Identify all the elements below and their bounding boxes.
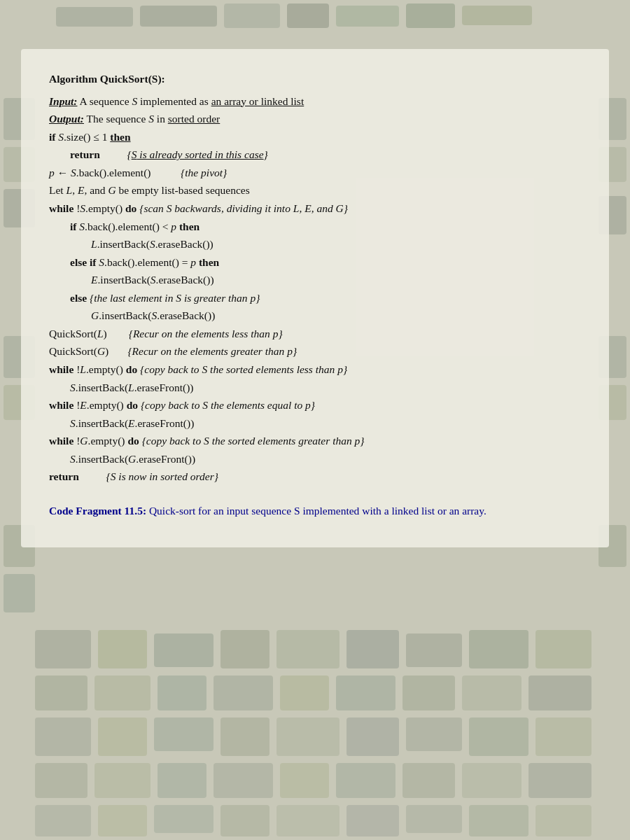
s-insertback-g-line: S.insertBack(G.eraseFront()) <box>49 450 581 468</box>
svg-rect-23 <box>220 630 270 668</box>
then-keyword-2: then <box>179 220 200 232</box>
pivot-code: p ← S.back().element() <box>49 167 150 178</box>
code-fragment-caption: Code Fragment 11.5: Quick-sort for an in… <box>49 503 581 519</box>
while-scan-code: !S.empty() <box>76 202 125 214</box>
if-less-line: if S.back().element() < p then <box>49 218 581 236</box>
do-keyword-4: do <box>127 435 139 447</box>
return-final-line: return {S is now in sorted order} <box>49 468 581 486</box>
while-g-line: while !G.empty() do {copy back to S the … <box>49 432 581 450</box>
if-keyword-3: if <box>90 256 96 268</box>
if-keyword: if <box>49 131 55 143</box>
svg-rect-20 <box>35 630 91 668</box>
while-l-line: while !L.empty() do {copy back to S the … <box>49 360 581 379</box>
svg-rect-5 <box>140 6 217 27</box>
if-equal-code: S.back().element() = p <box>99 256 199 268</box>
let-line: Let L, E, and G be empty list-based sequ… <box>49 181 581 200</box>
svg-rect-46 <box>536 718 592 756</box>
s-insertback-l-line: S.insertBack(L.eraseFront()) <box>49 379 581 397</box>
do-keyword-2: do <box>126 363 137 375</box>
svg-rect-48 <box>94 763 150 798</box>
return-keyword-2: return <box>49 470 79 482</box>
s-insertback-l-code: S.insertBack(L.eraseFront()) <box>70 382 193 393</box>
svg-rect-6 <box>56 7 133 27</box>
s-insertback-e-line: S.insertBack(E.eraseFront()) <box>49 414 581 433</box>
svg-rect-61 <box>346 805 399 836</box>
svg-rect-40 <box>154 718 214 751</box>
content-area: Algorithm QuickSort(S): Input: A sequenc… <box>21 49 609 547</box>
algorithm-title: Algorithm QuickSort(S): <box>49 70 581 88</box>
svg-rect-58 <box>154 805 214 833</box>
do-keyword-1: do <box>125 202 136 214</box>
svg-rect-25 <box>346 630 399 668</box>
svg-rect-29 <box>35 676 88 710</box>
while-keyword-2: while <box>49 363 74 375</box>
if-size-line: if S.size() ≤ 1 then <box>49 128 581 146</box>
svg-rect-47 <box>35 763 88 798</box>
svg-rect-64 <box>536 805 592 836</box>
return-keyword-1: return <box>70 148 100 160</box>
svg-rect-21 <box>98 630 147 668</box>
svg-rect-24 <box>276 630 340 668</box>
greater-comment: {the last element in S is greater than p… <box>90 292 260 304</box>
svg-rect-34 <box>336 676 396 710</box>
svg-rect-35 <box>402 676 455 710</box>
svg-rect-32 <box>214 676 273 710</box>
svg-rect-3 <box>406 4 455 28</box>
then-keyword: then <box>110 131 130 143</box>
while-g-code: !G.empty() <box>76 435 127 447</box>
svg-rect-57 <box>98 805 147 836</box>
caption-text: Quick-sort for an input sequence S imple… <box>149 505 486 517</box>
svg-rect-38 <box>35 718 91 756</box>
do-keyword-3: do <box>127 399 138 411</box>
svg-rect-43 <box>346 718 399 756</box>
final-comment: {S is now in sorted order} <box>82 470 218 482</box>
svg-rect-41 <box>220 718 270 756</box>
svg-rect-56 <box>35 805 91 836</box>
while-keyword-3: while <box>49 399 74 411</box>
output-text: The sequence S in sorted order <box>87 113 220 125</box>
else-if-equal-line: else if S.back().element() = p then <box>49 253 581 272</box>
while-e-comment: {copy back to S the elements equal to p} <box>141 399 315 411</box>
scan-comment: {scan S backwards, dividing it into L, E… <box>139 202 348 214</box>
e-insertback-code: E.insertBack(S.eraseBack()) <box>91 274 214 286</box>
if-less-code: S.back().element() < p <box>79 220 179 232</box>
svg-rect-28 <box>536 630 592 668</box>
s-insertback-g-code: S.insertBack(G.eraseFront()) <box>70 453 195 465</box>
if-condition: S.size() ≤ 1 <box>58 131 110 143</box>
svg-rect-27 <box>469 630 528 668</box>
quicksort-g-comment: {Recur on the elements greater than p} <box>111 345 297 357</box>
e-insertback-line: E.insertBack(S.eraseBack()) <box>49 271 581 289</box>
else-greater-line: else {the last element in S is greater t… <box>49 289 581 307</box>
quicksort-g-line: QuickSort(G) {Recur on the elements grea… <box>49 342 581 360</box>
svg-rect-45 <box>469 718 528 756</box>
svg-rect-53 <box>402 763 455 798</box>
while-keyword-1: while <box>49 202 74 214</box>
svg-rect-60 <box>276 805 340 836</box>
quicksort-g-code: QuickSort(G) <box>49 345 108 357</box>
svg-rect-51 <box>280 763 329 798</box>
let-text: Let L, E, and G be empty list-based sequ… <box>49 184 250 196</box>
quicksort-l-code: QuickSort(L) <box>49 328 107 340</box>
pivot-comment: {the pivot} <box>153 167 227 178</box>
caption-bold: Code Fragment 11.5: <box>49 505 146 517</box>
svg-rect-30 <box>94 676 150 710</box>
l-insertback-line: L.insertBack(S.eraseBack()) <box>49 235 581 253</box>
svg-rect-59 <box>220 805 270 836</box>
quicksort-l-line: QuickSort(L) {Recur on the elements less… <box>49 325 581 343</box>
while-keyword-4: while <box>49 435 74 447</box>
input-text: A sequence S implemented as an array or … <box>80 95 304 107</box>
svg-rect-42 <box>276 718 340 756</box>
svg-rect-26 <box>406 634 462 667</box>
g-insertback-code: G.insertBack(S.eraseBack()) <box>91 309 215 321</box>
svg-rect-62 <box>406 805 462 833</box>
while-e-line: while !E.empty() do {copy back to S the … <box>49 396 581 414</box>
svg-rect-55 <box>528 763 592 798</box>
svg-rect-49 <box>158 763 206 798</box>
svg-rect-39 <box>98 718 147 756</box>
svg-rect-52 <box>336 763 396 798</box>
else-keyword-1: else <box>70 256 90 268</box>
svg-rect-37 <box>528 676 592 710</box>
l-insertback-code: L.insertBack(S.eraseBack()) <box>91 238 214 250</box>
output-line: Output: The sequence S in sorted order <box>49 110 581 128</box>
then-keyword-3: then <box>199 256 219 268</box>
